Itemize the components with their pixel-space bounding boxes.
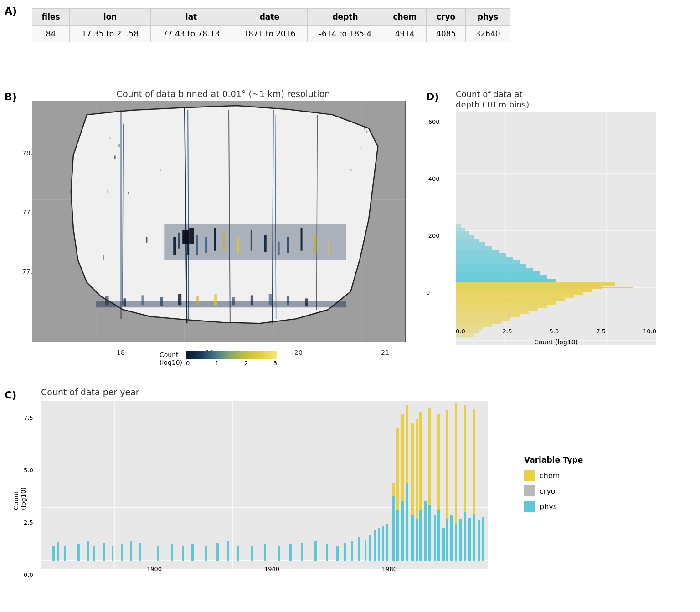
svg-rect-30 — [251, 230, 252, 251]
svg-rect-19 — [128, 192, 129, 194]
svg-rect-140 — [336, 546, 339, 561]
svg-rect-145 — [369, 535, 371, 561]
svg-rect-151 — [392, 483, 395, 496]
svg-rect-114 — [52, 546, 55, 561]
svg-rect-164 — [424, 501, 427, 561]
svg-rect-52 — [287, 296, 289, 305]
depth-xlabel-5: 5.0 — [550, 328, 559, 335]
year-y-axis-title: Count(log10) — [12, 487, 27, 510]
svg-rect-148 — [382, 526, 384, 561]
col-header-chem: chem — [383, 9, 427, 26]
legend-item-cryo: cryo — [524, 485, 688, 496]
col-header-lon: lon — [70, 9, 151, 26]
svg-rect-100 — [456, 239, 479, 242]
cell-depth: -614 to 185.4 — [307, 26, 383, 42]
legend-label-cryo: cryo — [540, 487, 556, 495]
svg-rect-135 — [278, 546, 280, 561]
svg-rect-33 — [287, 237, 289, 253]
cell-cryo: 4085 — [427, 26, 466, 42]
map-svg — [32, 101, 405, 342]
legend-gradient-bar — [186, 351, 277, 359]
svg-rect-91 — [456, 271, 540, 275]
depth-chart-title: Count of data at depth (10 m bins) — [456, 89, 688, 110]
data-summary-table: files lon lat date depth chem cryo phys … — [32, 8, 510, 42]
map-title: Count of data binned at 0.01° (~1 km) re… — [32, 89, 415, 99]
svg-rect-134 — [264, 544, 266, 561]
svg-rect-166 — [428, 408, 431, 505]
svg-rect-171 — [446, 519, 448, 561]
svg-rect-133 — [251, 546, 253, 561]
svg-rect-101 — [456, 235, 474, 239]
legend-color-phys — [524, 501, 535, 512]
svg-rect-74 — [456, 289, 592, 292]
svg-rect-138 — [314, 541, 317, 561]
cell-lon: 17.35 to 21.58 — [70, 26, 151, 42]
svg-rect-142 — [351, 541, 353, 561]
cell-files: 84 — [32, 26, 70, 42]
svg-rect-29 — [237, 237, 239, 253]
legend-color-cryo — [524, 485, 535, 496]
svg-rect-49 — [232, 297, 235, 305]
depth-chart-canvas — [456, 112, 656, 345]
svg-rect-94 — [456, 260, 520, 264]
svg-rect-81 — [456, 311, 529, 314]
svg-rect-53 — [305, 298, 308, 306]
svg-rect-93 — [456, 264, 526, 268]
svg-rect-144 — [365, 540, 366, 561]
svg-rect-130 — [216, 543, 219, 561]
svg-rect-92 — [456, 268, 533, 271]
svg-rect-55 — [189, 228, 194, 244]
map-xlabel-21: 21 — [381, 349, 389, 356]
svg-rect-26 — [205, 237, 207, 253]
svg-rect-179 — [468, 518, 471, 561]
svg-rect-22 — [173, 237, 176, 255]
svg-rect-97 — [456, 250, 499, 253]
svg-rect-165 — [428, 505, 431, 561]
svg-rect-169 — [438, 414, 440, 510]
svg-rect-155 — [401, 414, 404, 501]
svg-rect-54 — [182, 230, 189, 244]
svg-rect-180 — [473, 514, 475, 561]
depth-ylabel-600: -600 — [426, 118, 440, 125]
svg-rect-35 — [314, 235, 316, 253]
svg-rect-122 — [121, 544, 123, 561]
col-header-phys: phys — [465, 9, 510, 26]
svg-rect-182 — [478, 520, 480, 561]
svg-rect-128 — [191, 544, 194, 561]
year-ylabel-5: 5.0 — [24, 467, 33, 474]
col-header-files: files — [32, 9, 70, 26]
depth-x-axis-title: Count (log10) — [456, 338, 656, 346]
year-ylabel-0: 0.0 — [24, 571, 33, 578]
cell-chem: 4914 — [383, 26, 427, 42]
svg-rect-175 — [455, 403, 457, 524]
svg-rect-23 — [178, 233, 180, 249]
cell-phys: 32640 — [465, 26, 510, 42]
svg-rect-99 — [456, 242, 485, 246]
svg-rect-137 — [301, 543, 303, 561]
svg-rect-117 — [77, 544, 80, 561]
svg-rect-172 — [446, 410, 448, 519]
svg-rect-96 — [456, 253, 506, 257]
svg-rect-160 — [416, 519, 418, 561]
svg-rect-77 — [456, 298, 565, 301]
svg-rect-28 — [223, 233, 225, 251]
svg-rect-124 — [139, 543, 141, 561]
svg-rect-154 — [401, 501, 404, 561]
depth-ylabel-200: -200 — [426, 232, 440, 239]
svg-rect-173 — [450, 515, 453, 561]
svg-rect-141 — [344, 543, 346, 561]
svg-rect-168 — [438, 510, 440, 561]
svg-rect-98 — [456, 246, 492, 250]
svg-rect-102 — [456, 231, 469, 235]
svg-rect-104 — [456, 224, 461, 228]
svg-rect-31 — [264, 235, 267, 252]
svg-rect-139 — [326, 544, 328, 561]
svg-rect-45 — [160, 297, 163, 306]
svg-rect-125 — [157, 546, 159, 561]
depth-ylabel-0: 0 — [426, 289, 430, 296]
svg-rect-34 — [301, 228, 303, 251]
svg-rect-82 — [456, 314, 520, 317]
svg-rect-43 — [124, 298, 126, 306]
depth-xlabel-2.5: 2.5 — [503, 328, 512, 335]
svg-rect-85 — [456, 324, 492, 327]
